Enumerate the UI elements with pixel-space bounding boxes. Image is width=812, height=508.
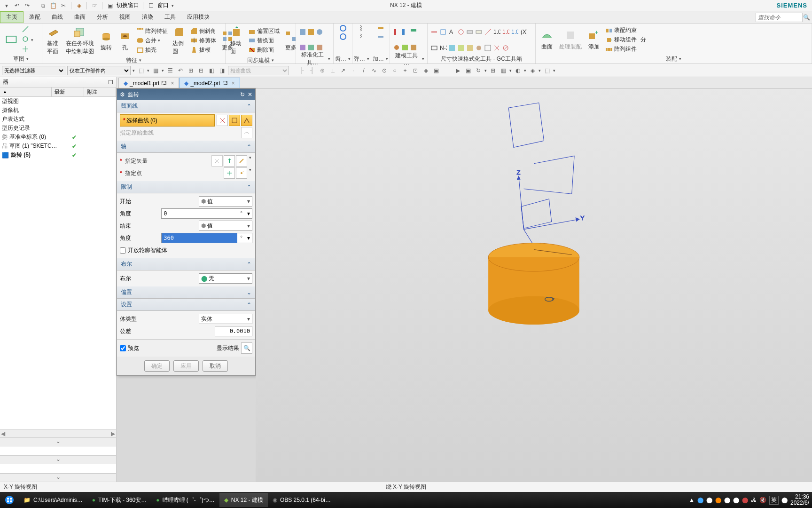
tray-icon[interactable]: ⬤ xyxy=(706,497,712,503)
tray-icon[interactable]: ▲ xyxy=(689,497,695,503)
gear-tool-icon[interactable] xyxy=(339,24,347,32)
end-angle-input[interactable]: °▾ xyxy=(161,233,252,243)
bool-combo[interactable]: ⬤ 无▾ xyxy=(199,273,252,284)
dim-tool-icon[interactable]: A xyxy=(448,28,456,36)
unite-button[interactable]: 合并▾ xyxy=(135,36,169,45)
window-label[interactable]: 窗口 xyxy=(157,1,169,9)
chevron-down-icon[interactable]: ⌄ xyxy=(247,289,251,296)
dialog-titlebar[interactable]: ⚙旋转 ↻✕ xyxy=(117,89,255,100)
tree-row[interactable]: 品草图 (1) "SKETC…✔ xyxy=(0,142,116,151)
end-combo[interactable]: ⬢ 值▾ xyxy=(199,221,252,231)
sketch-circle-button[interactable] xyxy=(22,35,29,44)
add-tool-icon[interactable] xyxy=(377,24,384,32)
ime-indicator[interactable]: 英 xyxy=(769,496,779,505)
cancel-button[interactable]: 取消 xyxy=(203,360,228,372)
dim-tool-icon[interactable] xyxy=(430,28,438,36)
show-result-button[interactable]: 🔍 xyxy=(241,342,252,354)
draft-button[interactable]: 拔模 xyxy=(189,46,217,55)
tab-assembly[interactable]: 装配 xyxy=(23,11,46,23)
snap-icon[interactable]: ⊡ xyxy=(411,66,420,75)
shield-icon[interactable]: ◈ xyxy=(75,2,83,9)
gear-tool-icon[interactable] xyxy=(339,33,347,40)
snap-icon[interactable]: ∿ xyxy=(370,66,378,75)
panel-collapse[interactable]: ⌄ xyxy=(0,455,116,464)
dim-tool-icon[interactable] xyxy=(484,44,492,52)
model-tool-icon[interactable] xyxy=(393,44,400,51)
show-result-label[interactable]: 显示结果 xyxy=(217,344,239,352)
datum-plane-button[interactable]: 基准平面 xyxy=(45,24,62,56)
filter-icon[interactable]: ⊞ xyxy=(187,66,195,75)
stop-at-intersection-button[interactable] xyxy=(217,115,228,126)
dim-tool-icon[interactable]: 1.00 xyxy=(511,28,518,36)
chevron-up-icon[interactable]: ⌃ xyxy=(247,143,251,150)
tree-row[interactable]: 户表达式 xyxy=(0,115,116,124)
sketch-line-button[interactable] xyxy=(22,25,29,34)
add-component-button[interactable]: +添加 xyxy=(586,28,602,52)
search-icon[interactable]: 🔍 xyxy=(803,14,810,21)
filter-icon[interactable]: ▦ xyxy=(151,66,160,75)
volume-icon[interactable]: 🔇 xyxy=(759,497,766,503)
std-tool-icon[interactable] xyxy=(316,44,323,51)
tray-icon[interactable]: ⬤ xyxy=(733,497,739,503)
taskbar-item[interactable]: ●哔哩哔哩 (゜-゜)つ… xyxy=(151,493,219,507)
dim-tool-icon[interactable] xyxy=(439,28,447,36)
tray-icon[interactable]: ⬤ xyxy=(697,497,703,503)
share-button[interactable]: 分 xyxy=(640,35,647,44)
nav-scrollbar[interactable]: ◀▶ xyxy=(0,429,116,437)
tree-row[interactable]: 摄像机 xyxy=(0,106,116,115)
snap-icon[interactable]: ↗ xyxy=(339,66,347,75)
revolve-button[interactable]: 旋转 xyxy=(98,29,115,53)
pattern-button[interactable]: 阵列特征 xyxy=(135,27,169,36)
spring-tool-icon[interactable] xyxy=(358,33,366,40)
start-button[interactable] xyxy=(0,492,19,508)
snap-icon[interactable]: ◈ xyxy=(422,66,430,75)
dim-tool-icon[interactable] xyxy=(448,44,456,52)
dim-tool-icon[interactable] xyxy=(457,28,465,36)
taskbar-item[interactable]: 📁C:\Users\Adminis… xyxy=(19,493,87,507)
tab-home[interactable]: 主页 xyxy=(0,11,23,23)
tree-row[interactable]: 型历史记录 xyxy=(0,124,116,133)
preview-checkbox[interactable]: 预览 xyxy=(120,344,139,352)
tab-analysis[interactable]: 分析 xyxy=(91,11,114,23)
cut-icon[interactable]: ✂ xyxy=(60,2,67,9)
taskbar-item[interactable]: ◆NX 12 - 建模 xyxy=(219,493,268,507)
view-icon[interactable]: ▣ xyxy=(464,66,472,75)
close-icon[interactable]: × xyxy=(171,80,174,87)
section-section-line[interactable]: 截面线⌃ xyxy=(117,100,255,112)
dim-tool-icon[interactable]: 1.00 xyxy=(502,28,509,36)
tab-view[interactable]: 视图 xyxy=(114,11,136,23)
col-notes[interactable]: 附注 xyxy=(84,87,117,96)
window-icon[interactable]: ☐ xyxy=(147,2,155,9)
chevron-up-icon[interactable]: ⌃ xyxy=(247,261,251,268)
dim-tool-icon[interactable] xyxy=(502,44,509,52)
view-icon[interactable]: ↻ xyxy=(474,66,483,75)
sketch-section-button[interactable] xyxy=(241,115,252,126)
view-icon[interactable]: ⬚ xyxy=(543,66,551,75)
tab-tools[interactable]: 工具 xyxy=(159,11,181,23)
curve-filter[interactable]: 相连曲线 xyxy=(228,66,289,75)
tab-render[interactable]: 渲染 xyxy=(136,11,159,23)
clock[interactable]: 21:36 2022/6/ xyxy=(790,494,809,506)
col-name[interactable]: ▲ xyxy=(0,87,52,96)
tree-row[interactable]: 娄基准坐标系 (0)✔ xyxy=(0,133,116,142)
filter-icon[interactable]: ◧ xyxy=(207,66,216,75)
section-settings[interactable]: 设置⌃ xyxy=(117,299,255,311)
hole-button[interactable]: 孔 xyxy=(117,29,133,53)
section-limits[interactable]: 限制⌃ xyxy=(117,181,255,193)
tab-curve[interactable]: 曲线 xyxy=(46,11,69,23)
model-tool-icon[interactable] xyxy=(401,28,409,36)
filter-icon[interactable]: ⬚ xyxy=(137,66,145,75)
snap-icon[interactable]: / xyxy=(359,66,368,75)
taskbar-item[interactable]: ◉OBS 25.0.1 (64-bi… xyxy=(268,493,336,507)
filter-icon[interactable]: ☰ xyxy=(166,66,174,75)
point-constructor-button[interactable] xyxy=(224,167,235,179)
undo-icon[interactable]: ↶ xyxy=(13,2,21,9)
tray-icon[interactable]: ⬤ xyxy=(724,497,730,503)
dim-tool-icon[interactable] xyxy=(466,28,474,36)
assembly-constraint-button[interactable]: 装配约束 xyxy=(604,26,638,35)
panel-collapse[interactable]: ⌄ xyxy=(0,473,116,482)
3d-viewport[interactable]: Z Y X xyxy=(256,88,812,482)
sketch-rect-button[interactable] xyxy=(3,32,20,48)
nav-tree[interactable]: 型视图 摄像机 户表达式 型历史记录 娄基准坐标系 (0)✔ 品草图 (1) "… xyxy=(0,97,116,429)
orig-curve-button[interactable] xyxy=(241,127,252,138)
